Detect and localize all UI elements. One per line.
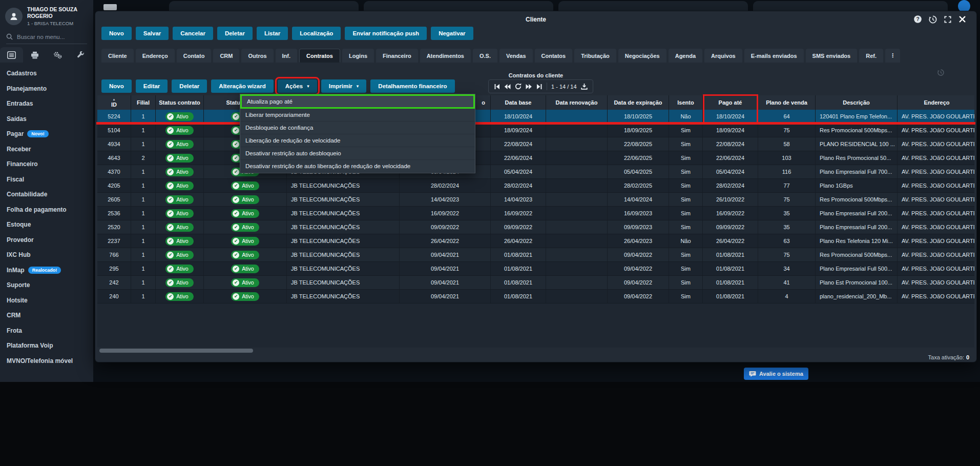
sidebar-item-sa-das[interactable]: Saídas (0, 111, 93, 127)
altera-o-wizard-button[interactable]: Alteração wizard (211, 79, 273, 93)
col-header-data-expiracao[interactable]: Data de expiração (608, 95, 669, 110)
sidebar-item-receber[interactable]: Receber (0, 141, 93, 157)
sidebar-item-entradas[interactable]: Entradas (0, 96, 93, 111)
table-row-242[interactable]: 2421✔Ativo✔AtivoJB TELECOMUNICAÇÕES09/04… (97, 276, 974, 290)
tab-financeiro[interactable]: Financeiro (376, 49, 418, 63)
deletar-button[interactable]: Deletar (172, 79, 207, 93)
tab-endere-o[interactable]: Endereço (136, 49, 175, 63)
menu-search-input[interactable]: Buscar no menu... (6, 33, 87, 44)
sidebar-item-hotsite[interactable]: Hotsite (0, 293, 93, 308)
col-header-endereco[interactable]: Endereço (898, 95, 974, 110)
tab-sms-enviados[interactable]: SMS enviados (806, 49, 858, 63)
more-tabs-icon[interactable]: ⋮ (885, 49, 900, 63)
tab-e-mails-enviados[interactable]: E-mails enviados (744, 49, 804, 63)
sidebar-item-plataforma-voip[interactable]: Plataforma Voip (0, 338, 93, 353)
col-header-data-base[interactable]: Data base (491, 95, 546, 110)
tab-negocia-es[interactable]: Negociações (618, 49, 666, 63)
sidebar-item-pagar[interactable]: PagarNovo! (0, 126, 93, 141)
listar-button[interactable]: Listar (257, 27, 288, 40)
menu-list-tab[interactable] (0, 47, 23, 63)
tab-crm[interactable]: CRM (213, 49, 239, 63)
tools-tab[interactable] (69, 47, 92, 63)
col-header-descricao[interactable]: Descrição (816, 95, 898, 110)
menu-item-atualiza-pago-at[interactable]: Atualiza pago até (240, 94, 475, 109)
download-icon[interactable] (581, 83, 588, 90)
sidebar-item-planejamento[interactable]: Planejamento (0, 81, 93, 96)
next-page-icon[interactable] (526, 84, 532, 90)
tab-outros[interactable]: Outros (241, 49, 273, 63)
sidebar-item-cadastros[interactable]: Cadastros (0, 66, 93, 81)
menu-item-desbloqueio-de-confian-a[interactable]: Desbloqueio de confiança (240, 121, 475, 134)
table-row-2536[interactable]: 25361✔Ativo✔AtivoJB TELECOMUNICAÇÕES16/0… (97, 207, 974, 220)
enviar-notifica-o-push-button[interactable]: Enviar notificação push (345, 27, 427, 40)
negativar-button[interactable]: Negativar (431, 27, 473, 40)
tab-ref[interactable]: Ref. (859, 49, 883, 63)
table-row-4205[interactable]: 42051✔Ativo✔AtivoJB TELECOMUNICAÇÕES28/0… (97, 179, 974, 193)
novo-button[interactable]: Novo (101, 27, 132, 40)
sidebar-item-estoque[interactable]: Estoque (0, 217, 93, 232)
sidebar-item-folha-de-pagamento[interactable]: Folha de pagamento (0, 202, 93, 217)
localiza-o-button[interactable]: Localização (292, 27, 341, 40)
table-row-2605[interactable]: 26051✔Ativo✔AtivoJB TELECOMUNICAÇÕES14/0… (97, 193, 974, 207)
cancelar-button[interactable]: Cancelar (173, 27, 213, 40)
salvar-button[interactable]: Salvar (136, 27, 169, 40)
col-header-data-renovacao[interactable]: Data renovação (546, 95, 608, 110)
detalhamento-financeiro-button[interactable]: Detalhamento financeiro (370, 79, 454, 93)
avalie-o-sistema-button[interactable]: Avalie o sistema (744, 368, 808, 380)
sidebar-item-provedor[interactable]: Provedor (0, 232, 93, 248)
table-row-4370[interactable]: 43701✔Ativo✔AtivoJB TELECOMUNICAÇÕES05/0… (97, 165, 974, 179)
horizontal-scrollbar[interactable] (99, 349, 253, 353)
deletar-button[interactable]: Deletar (217, 27, 253, 40)
tab-atendimentos[interactable]: Atendimentos (420, 49, 471, 63)
fullscreen-icon[interactable] (943, 14, 952, 24)
tab-agenda[interactable]: Agenda (669, 49, 702, 63)
table-row-2520[interactable]: 25201✔Ativo✔AtivoJB TELECOMUNICAÇÕES09/0… (97, 220, 974, 234)
table-row-5104[interactable]: 51041✔Ativo✔Ativo18/09/202418/09/2025Sim… (97, 124, 974, 137)
help-icon[interactable]: ? (913, 14, 923, 24)
table-row-240[interactable]: 2401✔Ativo✔AtivoJB TELECOMUNICAÇÕES09/04… (97, 290, 974, 303)
imprimir-button[interactable]: Imprimir▾ (321, 79, 367, 93)
tab-arquivos[interactable]: Arquivos (704, 49, 742, 63)
first-page-icon[interactable] (494, 84, 500, 90)
settings-tab[interactable] (46, 47, 69, 63)
prev-page-icon[interactable] (504, 84, 511, 90)
col-header-filial[interactable]: Filial (131, 95, 156, 110)
sidebar-item-contabilidade[interactable]: Contabilidade (0, 187, 93, 202)
tab-cliente[interactable]: Cliente (101, 49, 134, 63)
tab-logins[interactable]: Logins (342, 49, 374, 63)
sidebar-item-suporte[interactable]: Suporte (0, 277, 93, 293)
novo-button[interactable]: Novo (101, 79, 132, 93)
col-header-id[interactable]: ▲ID (97, 95, 131, 110)
sidebar-item-mvno-telefonia-m-vel[interactable]: MVNO/Telefonia móvel (0, 353, 93, 369)
table-row-766[interactable]: 7661✔Ativo✔AtivoJB TELECOMUNICAÇÕES09/04… (97, 248, 974, 262)
table-row-2237[interactable]: 22371✔Ativo✔AtivoJB TELECOMUNICAÇÕES26/0… (97, 234, 974, 248)
refresh-icon[interactable] (515, 83, 522, 90)
sidebar-item-ixc-hub[interactable]: IXC Hub (0, 247, 93, 262)
menu-item-liberar-temporariamente[interactable]: Liberar temporariamente (240, 109, 475, 121)
printer-tab[interactable] (23, 47, 46, 63)
tab-contatos[interactable]: Contatos (535, 49, 573, 63)
menu-item-libera-o-de-redu-o-de-velocidade[interactable]: Liberação de redução de velocidade (240, 134, 475, 147)
grid-history-icon[interactable] (937, 69, 945, 78)
col-header-isento[interactable]: Isento (669, 95, 703, 110)
sidebar-item-inmap[interactable]: InMapRealocado! (0, 262, 93, 278)
tab-o-s[interactable]: O.S. (473, 49, 497, 63)
sidebar-item-crm[interactable]: CRM (0, 308, 93, 323)
tab-contato[interactable]: Contato (177, 49, 212, 63)
table-row-5224[interactable]: 52241✔Ativo✔Ativo18/10/202418/10/2025Não… (97, 110, 974, 124)
history-icon[interactable] (928, 14, 937, 24)
sidebar-item-frota[interactable]: Frota (0, 323, 93, 338)
col-header-status-contrato[interactable]: Status contrato (156, 95, 204, 110)
table-row-4934[interactable]: 49341✔Ativo✔Ativo22/08/202422/08/2025Sim… (97, 137, 974, 151)
user-avatar-icon[interactable] (5, 8, 23, 25)
table-row-4643[interactable]: 46432✔Ativo✔Ativo22/06/202422/06/2025Sim… (97, 151, 974, 165)
tab-contratos[interactable]: Contratos (299, 49, 340, 63)
a-es-button[interactable]: Ações▾ (278, 79, 317, 93)
last-page-icon[interactable] (536, 84, 543, 90)
table-row-295[interactable]: 2951✔Ativo✔AtivoJB TELECOMUNICAÇÕES09/04… (97, 262, 974, 276)
sidebar-item-financeiro[interactable]: Financeiro (0, 156, 93, 172)
tab-vendas[interactable]: Vendas (499, 49, 533, 63)
close-icon[interactable] (957, 14, 967, 24)
col-header-plano-de-venda[interactable]: Plano de venda (758, 95, 816, 110)
menu-item-desativar-restri-o-de-auto-libera-o-de-redu-o-de-velocidade[interactable]: Desativar restrição de auto liberação de… (240, 160, 475, 173)
